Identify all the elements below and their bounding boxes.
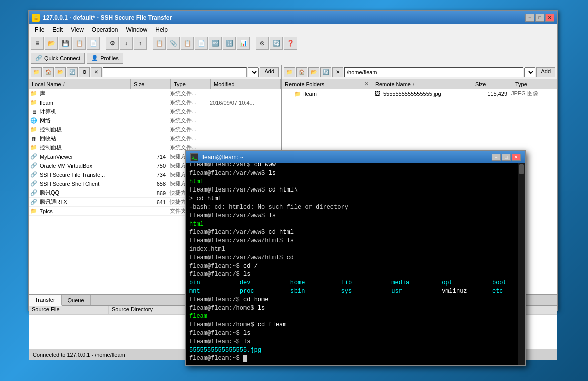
list-item[interactable]: 📁 库 系统文件... (29, 89, 281, 98)
sep3 (252, 37, 254, 49)
left-addr-bar: 📁 🏠 📂 🔄 ⚙ ✕ Add (29, 65, 281, 79)
terminal-line: fleam@fleam:/var/www$ ls (189, 212, 515, 220)
right-nav-folder[interactable]: 📁 (284, 67, 295, 77)
terminal-line: fleam@fleam:/$ ls (189, 270, 515, 279)
tb-new-connection[interactable]: 🖥 (31, 37, 44, 50)
list-item[interactable]: 🖥 计算机 系统文件... (29, 107, 281, 116)
profiles-button[interactable]: 👤 Profiles (87, 53, 123, 64)
tb-btn7[interactable]: 🔤 (209, 37, 222, 50)
file-icon: 🔗 (30, 171, 38, 179)
left-address-input[interactable] (103, 67, 247, 77)
col-header-type[interactable]: Type (171, 79, 211, 89)
left-add-button[interactable]: Add (260, 67, 279, 77)
menu-window[interactable]: Window (122, 25, 152, 34)
tb-help[interactable]: ❓ (284, 37, 297, 50)
file-name: 控制面板 (40, 126, 130, 133)
terminal-line: fleam@fleam:/var/www/html$ cd (189, 254, 515, 262)
tree-item-label: fleam (303, 91, 317, 97)
tb-btn8[interactable]: 🔢 (223, 37, 236, 50)
quick-connect-button[interactable]: 🔗 Quick Connect (31, 53, 85, 64)
tb-refresh[interactable]: 🔄 (270, 37, 283, 50)
menu-file[interactable]: File (31, 25, 48, 34)
remote-col-type[interactable]: Type (512, 79, 557, 89)
right-nav-refresh[interactable]: 🔄 (320, 67, 331, 77)
tb-paste[interactable]: 📄 (87, 37, 100, 50)
tb-btn5[interactable]: 📋 (181, 37, 194, 50)
terminal-line: index.html (189, 245, 515, 254)
scroll-handle[interactable] (519, 164, 524, 174)
terminal-minimize[interactable]: − (492, 154, 501, 161)
right-nav-close[interactable]: ✕ (332, 67, 343, 77)
remote-col-name[interactable]: Remote Name / (372, 79, 472, 89)
col-header-modified[interactable]: Modified (211, 79, 281, 89)
tb-btn4[interactable]: 📎 (167, 37, 180, 50)
list-item[interactable]: 🖼 5555555555555555.jpg 115,429 JPEG 图像 (372, 89, 557, 98)
minimize-button[interactable]: − (525, 14, 534, 22)
close-button[interactable]: ✕ (545, 14, 554, 22)
tb-open[interactable]: 📂 (45, 37, 58, 50)
right-address-input[interactable] (344, 67, 523, 77)
left-nav-settings[interactable]: ⚙ (79, 67, 90, 77)
file-size: 869 (130, 190, 170, 196)
remote-col-size[interactable]: Size (472, 79, 512, 89)
tb-stop[interactable]: ⊗ (256, 37, 269, 50)
status-text: Connected to 127.0.0.1 - /home/fleam (33, 352, 125, 358)
title-bar: 🔒 127.0.0.1 - default* - SSH Secure File… (29, 11, 557, 24)
left-nav-folder[interactable]: 📁 (31, 67, 42, 77)
terminal-line: fleam@fleam:/var/www$ ls (189, 169, 515, 178)
terminal-line: fleam@fleam:~$ ls (189, 338, 515, 346)
left-address-dropdown[interactable] (248, 67, 259, 77)
menu-operation[interactable]: Operation (88, 25, 122, 34)
remote-column-headers: Remote Name / Size Type (372, 79, 557, 89)
menu-view[interactable]: View (67, 25, 88, 34)
window-title: 127.0.0.1 - default* - SSH Secure File T… (43, 14, 525, 21)
remote-tree-close[interactable]: ✕ (364, 81, 369, 87)
file-name: SSH Secure Shell Client (40, 181, 130, 187)
left-nav-refresh[interactable]: 🔄 (67, 67, 78, 77)
terminal-scrollbar[interactable] (518, 163, 525, 365)
tb-copy[interactable]: 📋 (73, 37, 86, 50)
right-nav-open[interactable]: 📂 (308, 67, 319, 77)
list-item[interactable]: 📁 fleam 系统文件... 2016/09/07 10:4... (29, 98, 281, 107)
terminal-line: fleam@fleam:/var$ cd www (189, 163, 515, 169)
left-nav-home[interactable]: 🏠 (43, 67, 54, 77)
right-address-dropdown[interactable] (524, 67, 535, 77)
list-item[interactable]: 📁 控制面板 系统文件... (29, 125, 281, 134)
terminal-line: fleam@fleam:~$ cd / (189, 262, 515, 271)
file-size: 750 (130, 163, 170, 169)
file-icon: 🖼 (373, 90, 381, 98)
terminal-title-text: fleam@fleam: ~ (201, 154, 492, 161)
file-size: 641 (130, 199, 170, 205)
tb-up[interactable]: ↑ (134, 37, 147, 50)
sep1 (102, 37, 104, 49)
file-icon: 🔗 (30, 189, 38, 197)
col-header-size[interactable]: Size (131, 79, 171, 89)
tb-down[interactable]: ↓ (120, 37, 133, 50)
transfer-tab-queue[interactable]: Queue (62, 295, 91, 305)
file-name: 回收站 (40, 135, 130, 142)
terminal-line: fleam@fleam:/var/www$ cd html\ (189, 186, 515, 195)
tb-settings[interactable]: ⚙ (106, 37, 119, 50)
right-add-button[interactable]: Add (536, 67, 555, 77)
menu-help[interactable]: Help (151, 25, 172, 34)
list-item[interactable]: 🌐 网络 系统文件... (29, 116, 281, 125)
terminal-maximize[interactable]: □ (502, 154, 511, 161)
menu-edit[interactable]: Edit (48, 25, 67, 34)
tree-item-fleam[interactable]: 📁 fleam (282, 89, 372, 98)
col-header-name[interactable]: Local Name / (29, 79, 131, 89)
left-nav-close[interactable]: ✕ (91, 67, 102, 77)
right-nav-home[interactable]: 🏠 (296, 67, 307, 77)
maximize-button[interactable]: □ (535, 14, 544, 22)
tb-btn9[interactable]: 📊 (237, 37, 250, 50)
left-nav-open[interactable]: 📂 (55, 67, 66, 77)
tb-btn6[interactable]: 📄 (195, 37, 208, 50)
list-item[interactable]: 🗑 回收站 系统文件... (29, 134, 281, 143)
file-name: 库 (40, 90, 130, 97)
file-name: 网络 (40, 117, 130, 124)
file-name: 控制面板 (40, 144, 130, 151)
tb-save[interactable]: 💾 (59, 37, 72, 50)
terminal-close[interactable]: ✕ (512, 154, 521, 161)
transfer-tab-transfer[interactable]: Transfer (29, 295, 62, 306)
tb-btn3[interactable]: 📋 (153, 37, 166, 50)
terminal-body[interactable]: fleam@fleam:/var$ cd wwwfleam@fleam:/var… (186, 163, 518, 365)
